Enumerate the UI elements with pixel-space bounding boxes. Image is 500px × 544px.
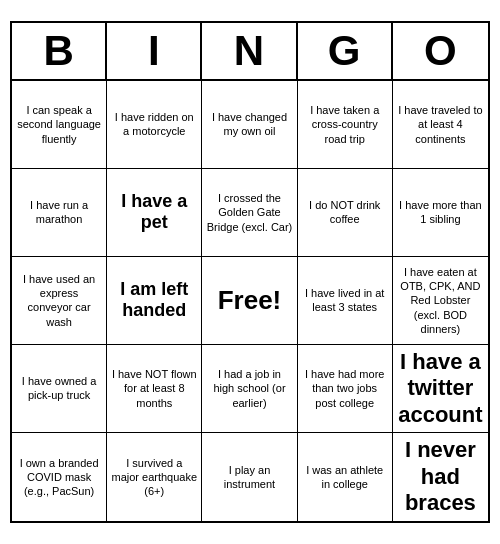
bingo-grid: I can speak a second language fluentlyI …	[12, 81, 488, 521]
bingo-cell-1: I have ridden on a motorcycle	[107, 81, 202, 169]
header-letter-g: G	[298, 23, 393, 79]
bingo-cell-16: I have NOT flown for at least 8 months	[107, 345, 202, 433]
bingo-cell-22: I play an instrument	[202, 433, 297, 521]
bingo-cell-9: I have more than 1 sibling	[393, 169, 488, 257]
bingo-cell-13: I have lived in at least 3 states	[298, 257, 393, 345]
bingo-cell-3: I have taken a cross-country road trip	[298, 81, 393, 169]
bingo-cell-5: I have run a marathon	[12, 169, 107, 257]
header-letter-n: N	[202, 23, 297, 79]
bingo-cell-12: Free!	[202, 257, 297, 345]
header-letter-i: I	[107, 23, 202, 79]
bingo-cell-18: I have had more than two jobs post colle…	[298, 345, 393, 433]
header-letter-b: B	[12, 23, 107, 79]
bingo-cell-24: I never had braces	[393, 433, 488, 521]
bingo-cell-6: I have a pet	[107, 169, 202, 257]
bingo-cell-15: I have owned a pick-up truck	[12, 345, 107, 433]
bingo-cell-0: I can speak a second language fluently	[12, 81, 107, 169]
bingo-cell-21: I survived a major earthquake (6+)	[107, 433, 202, 521]
bingo-cell-2: I have changed my own oil	[202, 81, 297, 169]
bingo-cell-23: I was an athlete in college	[298, 433, 393, 521]
bingo-card: BINGO I can speak a second language flue…	[10, 21, 490, 523]
bingo-cell-8: I do NOT drink coffee	[298, 169, 393, 257]
bingo-cell-11: I am left handed	[107, 257, 202, 345]
bingo-cell-4: I have traveled to at least 4 continents	[393, 81, 488, 169]
bingo-cell-19: I have a twitter account	[393, 345, 488, 433]
header-letter-o: O	[393, 23, 488, 79]
bingo-cell-14: I have eaten at OTB, CPK, AND Red Lobste…	[393, 257, 488, 345]
bingo-cell-17: I had a job in high school (or earlier)	[202, 345, 297, 433]
bingo-header: BINGO	[12, 23, 488, 81]
bingo-cell-7: I crossed the Golden Gate Bridge (excl. …	[202, 169, 297, 257]
bingo-cell-10: I have used an express conveyor car wash	[12, 257, 107, 345]
bingo-cell-20: I own a branded COVID mask (e.g., PacSun…	[12, 433, 107, 521]
